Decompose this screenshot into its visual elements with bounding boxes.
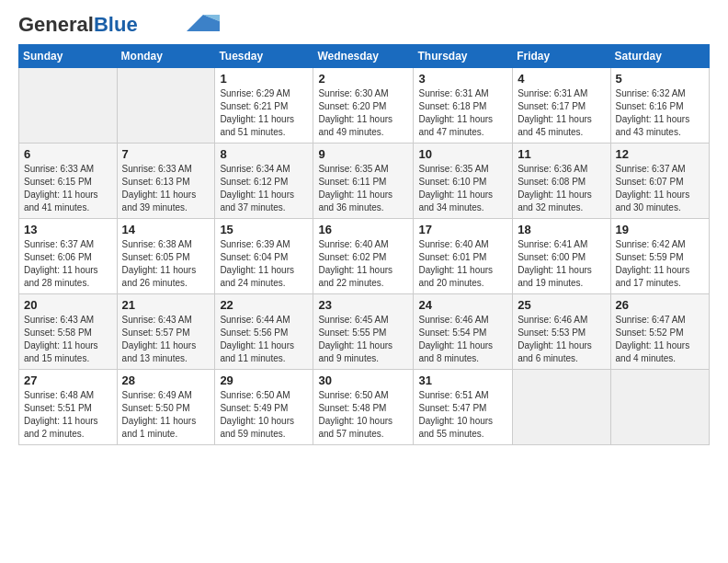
day-number: 17 xyxy=(418,223,507,236)
calendar-cell: 26Sunrise: 6:47 AM Sunset: 5:52 PM Dayli… xyxy=(610,294,709,370)
calendar-cell: 3Sunrise: 6:31 AM Sunset: 6:18 PM Daylig… xyxy=(414,68,513,144)
calendar-cell: 16Sunrise: 6:40 AM Sunset: 6:02 PM Dayli… xyxy=(313,219,414,294)
day-number: 30 xyxy=(318,373,408,387)
logo: GeneralBlue xyxy=(18,15,221,35)
day-info: Sunrise: 6:40 AM Sunset: 6:02 PM Dayligh… xyxy=(318,238,408,290)
day-info: Sunrise: 6:41 AM Sunset: 6:00 PM Dayligh… xyxy=(518,238,605,290)
day-info: Sunrise: 6:31 AM Sunset: 6:18 PM Dayligh… xyxy=(418,87,507,139)
day-number: 6 xyxy=(24,147,112,161)
calendar-header-row: SundayMondayTuesdayWednesdayThursdayFrid… xyxy=(19,45,710,68)
day-number: 18 xyxy=(518,223,605,236)
day-number: 14 xyxy=(122,223,210,236)
day-number: 13 xyxy=(24,223,112,236)
calendar-cell: 8Sunrise: 6:34 AM Sunset: 6:12 PM Daylig… xyxy=(215,144,313,219)
day-info: Sunrise: 6:36 AM Sunset: 6:08 PM Dayligh… xyxy=(518,163,605,214)
calendar-header-sunday: Sunday xyxy=(19,45,118,68)
logo-text: GeneralBlue xyxy=(18,15,138,35)
day-number: 9 xyxy=(318,147,408,161)
calendar-cell: 20Sunrise: 6:43 AM Sunset: 5:58 PM Dayli… xyxy=(19,294,118,370)
day-number: 15 xyxy=(220,223,308,236)
day-info: Sunrise: 6:30 AM Sunset: 6:20 PM Dayligh… xyxy=(318,87,408,139)
day-info: Sunrise: 6:44 AM Sunset: 5:56 PM Dayligh… xyxy=(220,314,308,365)
calendar-cell: 30Sunrise: 6:50 AM Sunset: 5:48 PM Dayli… xyxy=(313,370,414,445)
day-number: 5 xyxy=(616,72,704,86)
calendar-cell: 7Sunrise: 6:33 AM Sunset: 6:13 PM Daylig… xyxy=(117,144,215,219)
calendar-cell: 17Sunrise: 6:40 AM Sunset: 6:01 PM Dayli… xyxy=(414,219,513,294)
calendar-cell: 28Sunrise: 6:49 AM Sunset: 5:50 PM Dayli… xyxy=(117,370,215,445)
calendar-cell: 21Sunrise: 6:43 AM Sunset: 5:57 PM Dayli… xyxy=(117,294,215,370)
day-info: Sunrise: 6:35 AM Sunset: 6:11 PM Dayligh… xyxy=(318,163,408,214)
calendar-header-tuesday: Tuesday xyxy=(215,45,313,68)
calendar-cell: 13Sunrise: 6:37 AM Sunset: 6:06 PM Dayli… xyxy=(19,219,118,294)
day-number: 3 xyxy=(418,72,507,86)
calendar-cell: 29Sunrise: 6:50 AM Sunset: 5:49 PM Dayli… xyxy=(215,370,313,445)
calendar-cell: 12Sunrise: 6:37 AM Sunset: 6:07 PM Dayli… xyxy=(610,144,709,219)
calendar-cell: 1Sunrise: 6:29 AM Sunset: 6:21 PM Daylig… xyxy=(215,68,313,144)
calendar-cell: 25Sunrise: 6:46 AM Sunset: 5:53 PM Dayli… xyxy=(513,294,610,370)
calendar-header-saturday: Saturday xyxy=(610,45,709,68)
calendar-cell xyxy=(19,68,118,144)
day-info: Sunrise: 6:43 AM Sunset: 5:57 PM Dayligh… xyxy=(122,314,210,365)
calendar-header-thursday: Thursday xyxy=(414,45,513,68)
calendar-cell xyxy=(610,370,709,445)
day-info: Sunrise: 6:43 AM Sunset: 5:58 PM Dayligh… xyxy=(24,314,112,365)
day-number: 21 xyxy=(122,298,210,312)
day-info: Sunrise: 6:45 AM Sunset: 5:55 PM Dayligh… xyxy=(318,314,408,365)
day-number: 2 xyxy=(318,72,408,86)
day-info: Sunrise: 6:37 AM Sunset: 6:07 PM Dayligh… xyxy=(616,163,704,214)
page: GeneralBlue SundayMondayTuesdayWednesday… xyxy=(0,0,728,563)
day-number: 10 xyxy=(418,147,507,161)
day-info: Sunrise: 6:50 AM Sunset: 5:48 PM Dayligh… xyxy=(318,389,408,441)
calendar-week-3: 13Sunrise: 6:37 AM Sunset: 6:06 PM Dayli… xyxy=(19,219,710,294)
calendar-cell: 27Sunrise: 6:48 AM Sunset: 5:51 PM Dayli… xyxy=(19,370,118,445)
day-number: 12 xyxy=(616,147,704,161)
day-info: Sunrise: 6:51 AM Sunset: 5:47 PM Dayligh… xyxy=(418,389,507,441)
day-info: Sunrise: 6:33 AM Sunset: 6:13 PM Dayligh… xyxy=(122,163,210,214)
header: GeneralBlue xyxy=(18,15,710,35)
day-number: 20 xyxy=(24,298,112,312)
day-number: 27 xyxy=(24,373,112,387)
day-info: Sunrise: 6:40 AM Sunset: 6:01 PM Dayligh… xyxy=(418,238,507,290)
day-number: 29 xyxy=(220,373,308,387)
day-info: Sunrise: 6:37 AM Sunset: 6:06 PM Dayligh… xyxy=(24,238,112,290)
calendar-cell: 11Sunrise: 6:36 AM Sunset: 6:08 PM Dayli… xyxy=(513,144,610,219)
calendar-cell: 5Sunrise: 6:32 AM Sunset: 6:16 PM Daylig… xyxy=(610,68,709,144)
day-info: Sunrise: 6:29 AM Sunset: 6:21 PM Dayligh… xyxy=(220,87,308,139)
day-number: 11 xyxy=(518,147,605,161)
calendar-header-friday: Friday xyxy=(513,45,610,68)
day-info: Sunrise: 6:39 AM Sunset: 6:04 PM Dayligh… xyxy=(220,238,308,290)
day-number: 4 xyxy=(518,72,605,86)
calendar-cell: 19Sunrise: 6:42 AM Sunset: 5:59 PM Dayli… xyxy=(610,219,709,294)
day-number: 23 xyxy=(318,298,408,312)
day-info: Sunrise: 6:38 AM Sunset: 6:05 PM Dayligh… xyxy=(122,238,210,290)
day-info: Sunrise: 6:32 AM Sunset: 6:16 PM Dayligh… xyxy=(616,87,704,139)
calendar-cell: 23Sunrise: 6:45 AM Sunset: 5:55 PM Dayli… xyxy=(313,294,414,370)
day-info: Sunrise: 6:34 AM Sunset: 6:12 PM Dayligh… xyxy=(220,163,308,214)
day-info: Sunrise: 6:31 AM Sunset: 6:17 PM Dayligh… xyxy=(518,87,605,139)
day-info: Sunrise: 6:42 AM Sunset: 5:59 PM Dayligh… xyxy=(616,238,704,290)
day-info: Sunrise: 6:33 AM Sunset: 6:15 PM Dayligh… xyxy=(24,163,112,214)
calendar-cell: 22Sunrise: 6:44 AM Sunset: 5:56 PM Dayli… xyxy=(215,294,313,370)
day-info: Sunrise: 6:50 AM Sunset: 5:49 PM Dayligh… xyxy=(220,389,308,441)
calendar-week-5: 27Sunrise: 6:48 AM Sunset: 5:51 PM Dayli… xyxy=(19,370,710,445)
calendar-cell: 6Sunrise: 6:33 AM Sunset: 6:15 PM Daylig… xyxy=(19,144,118,219)
calendar-cell: 10Sunrise: 6:35 AM Sunset: 6:10 PM Dayli… xyxy=(414,144,513,219)
calendar-cell xyxy=(513,370,610,445)
day-number: 8 xyxy=(220,147,308,161)
calendar-cell: 24Sunrise: 6:46 AM Sunset: 5:54 PM Dayli… xyxy=(414,294,513,370)
day-number: 26 xyxy=(616,298,704,312)
day-number: 16 xyxy=(318,223,408,236)
day-number: 25 xyxy=(518,298,605,312)
day-number: 22 xyxy=(220,298,308,312)
calendar-cell: 31Sunrise: 6:51 AM Sunset: 5:47 PM Dayli… xyxy=(414,370,513,445)
logo-icon xyxy=(186,15,221,31)
day-number: 1 xyxy=(220,72,308,86)
calendar-cell: 4Sunrise: 6:31 AM Sunset: 6:17 PM Daylig… xyxy=(513,68,610,144)
day-info: Sunrise: 6:35 AM Sunset: 6:10 PM Dayligh… xyxy=(418,163,507,214)
day-number: 19 xyxy=(616,223,704,236)
day-info: Sunrise: 6:46 AM Sunset: 5:54 PM Dayligh… xyxy=(418,314,507,365)
calendar-cell xyxy=(117,68,215,144)
day-number: 31 xyxy=(418,373,507,387)
day-number: 24 xyxy=(418,298,507,312)
calendar-cell: 14Sunrise: 6:38 AM Sunset: 6:05 PM Dayli… xyxy=(117,219,215,294)
